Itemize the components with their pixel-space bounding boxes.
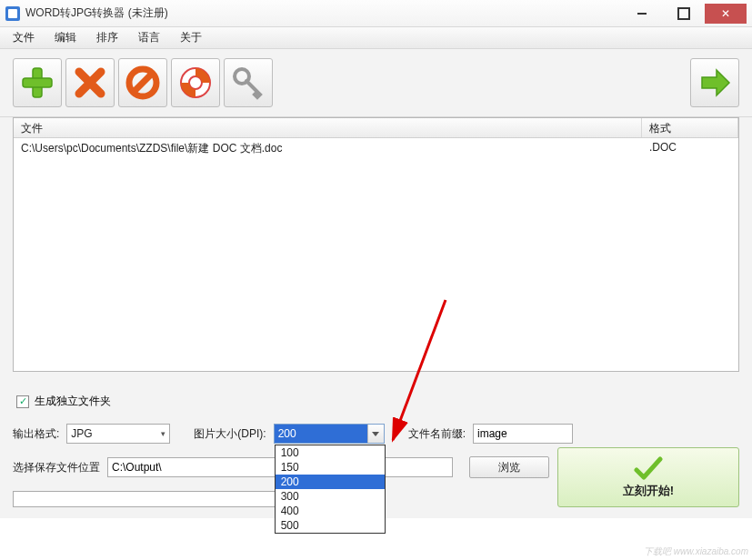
app-icon: [5, 6, 20, 21]
output-format-select[interactable]: JPG ▾: [66, 424, 170, 444]
titlebar: WORD转JPG转换器 (未注册): [0, 0, 752, 27]
filelist-header: 文件 格式: [14, 118, 738, 138]
start-arrow-button[interactable]: [690, 58, 739, 107]
progress-bar: [13, 491, 276, 507]
dpi-option[interactable]: 300: [276, 489, 385, 504]
clear-button[interactable]: [118, 58, 167, 107]
save-location-label: 选择保存文件位置: [13, 460, 100, 475]
maximize-button[interactable]: [663, 4, 705, 24]
separate-folder-checkbox[interactable]: ✓ 生成独立文件夹: [16, 394, 739, 409]
svg-line-3: [134, 74, 152, 92]
dropdown-button-icon[interactable]: [367, 425, 384, 443]
plus-icon: [19, 65, 55, 101]
window-title: WORD转JPG转换器 (未注册): [25, 5, 168, 21]
start-label: 立刻开始!: [623, 483, 674, 499]
arrow-right-icon: [697, 65, 733, 101]
check-icon: ✓: [16, 395, 29, 408]
menu-about[interactable]: 关于: [180, 30, 202, 45]
menu-edit[interactable]: 编辑: [55, 30, 76, 45]
menu-language[interactable]: 语言: [138, 30, 160, 45]
separate-folder-label: 生成独立文件夹: [35, 394, 111, 409]
start-button[interactable]: 立刻开始!: [557, 447, 739, 507]
lifebuoy-icon: [177, 65, 214, 101]
cell-format: .DOC: [642, 138, 738, 159]
filelist[interactable]: 文件 格式 C:\Users\pc\Documents\ZZDS\file\新建…: [13, 117, 739, 372]
menu-file[interactable]: 文件: [13, 30, 35, 45]
register-button[interactable]: [224, 58, 273, 107]
dpi-value: 200: [275, 425, 367, 443]
x-icon: [72, 65, 108, 101]
col-format[interactable]: 格式: [642, 118, 738, 137]
dpi-option[interactable]: 150: [276, 460, 385, 475]
help-button[interactable]: [171, 58, 220, 107]
filelist-panel: 文件 格式 C:\Users\pc\Documents\ZZDS\file\新建…: [0, 117, 752, 383]
cell-path: C:\Users\pc\Documents\ZZDS\file\新建 DOC 文…: [14, 138, 642, 159]
dpi-option[interactable]: 100: [276, 445, 385, 460]
prefix-label: 文件名前缀:: [408, 426, 466, 442]
chevron-down-icon: ▾: [161, 429, 165, 438]
key-icon: [230, 65, 266, 101]
svg-rect-1: [23, 78, 52, 87]
close-button[interactable]: [705, 4, 747, 24]
dpi-select[interactable]: 200 100 150 200 300 400 500: [274, 424, 385, 444]
prefix-input[interactable]: [473, 424, 573, 444]
toolbar: [0, 49, 752, 117]
table-row[interactable]: C:\Users\pc\Documents\ZZDS\file\新建 DOC 文…: [14, 138, 738, 159]
dpi-dropdown: 100 150 200 300 400 500: [275, 445, 386, 534]
menu-sort[interactable]: 排序: [96, 30, 118, 45]
minimize-button[interactable]: [621, 4, 663, 24]
remove-button[interactable]: [65, 58, 115, 107]
output-format-label: 输出格式:: [13, 426, 59, 442]
svg-point-5: [189, 76, 202, 89]
dpi-option[interactable]: 400: [276, 504, 385, 518]
dpi-option[interactable]: 200: [276, 475, 385, 489]
add-button[interactable]: [13, 58, 62, 107]
output-format-value: JPG: [71, 427, 92, 440]
options-panel: ✓ 生成独立文件夹 输出格式: JPG ▾ 图片大小(DPI): 200 100…: [0, 383, 752, 518]
no-entry-icon: [125, 65, 161, 101]
menubar: 文件 编辑 排序 语言 关于: [0, 27, 752, 49]
dpi-label: 图片大小(DPI):: [194, 426, 266, 442]
dpi-option[interactable]: 500: [276, 518, 385, 533]
window-controls: [621, 4, 747, 24]
col-file[interactable]: 文件: [14, 118, 642, 137]
browse-button[interactable]: 浏览: [469, 456, 549, 478]
watermark: 下载吧 www.xiazaiba.com: [644, 545, 748, 558]
checkmark-icon: [633, 455, 664, 481]
